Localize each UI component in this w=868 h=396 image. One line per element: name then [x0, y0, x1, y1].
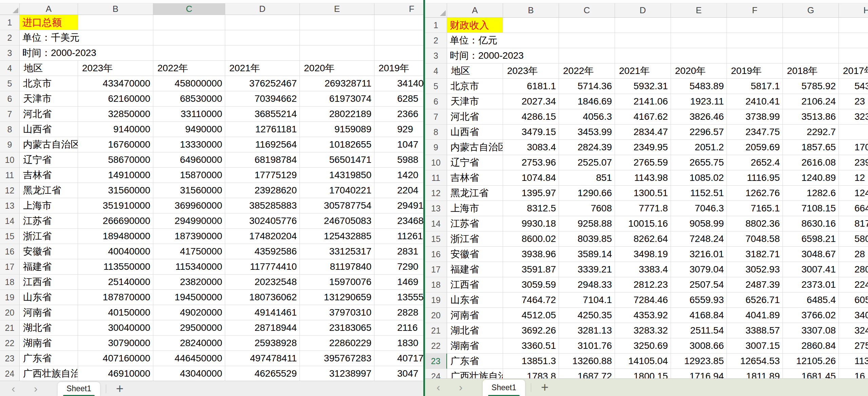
header-cell[interactable]: 2020年	[671, 63, 727, 79]
value-cell[interactable]: 6598.21	[783, 231, 839, 247]
value-cell[interactable]: 6181.1	[503, 79, 559, 94]
value-cell[interactable]: 7165.1	[727, 201, 783, 216]
region-cell[interactable]: 江苏省	[20, 213, 78, 229]
clipped-value-cell[interactable]: 2831	[374, 244, 423, 259]
empty-cell[interactable]	[225, 45, 300, 61]
value-cell[interactable]: 4512.05	[503, 308, 559, 323]
value-cell[interactable]: 13330000	[153, 137, 225, 152]
value-cell[interactable]: 12923.85	[671, 354, 727, 369]
row-header-19[interactable]: 19	[0, 290, 20, 305]
value-cell[interactable]: 56501471	[300, 152, 374, 168]
value-cell[interactable]: 30790000	[78, 336, 153, 351]
time-cell[interactable]: 时间：2000-2023	[447, 48, 559, 63]
header-cell[interactable]: 2019年	[374, 61, 423, 76]
value-cell[interactable]: 3101.76	[559, 338, 615, 354]
value-cell[interactable]: 81197840	[300, 259, 374, 275]
empty-cell[interactable]	[153, 45, 225, 61]
value-cell[interactable]: 7608	[559, 201, 615, 216]
empty-cell[interactable]	[300, 30, 374, 45]
row-header-20[interactable]: 20	[0, 305, 20, 320]
row-header-13[interactable]: 13	[425, 201, 447, 216]
value-cell[interactable]: 40150000	[78, 305, 153, 320]
clipped-value-cell[interactable]: 5988	[374, 152, 423, 168]
value-cell[interactable]: 131290659	[300, 290, 374, 305]
value-cell[interactable]: 2753.96	[503, 155, 559, 170]
clipped-value-cell[interactable]: 1469	[374, 275, 423, 290]
clipped-value-cell[interactable]: 1420	[374, 168, 423, 183]
value-cell[interactable]: 2051.2	[671, 140, 727, 155]
value-cell[interactable]: 46910000	[78, 366, 153, 381]
value-cell[interactable]: 1846.69	[559, 94, 615, 109]
empty-cell[interactable]	[559, 18, 615, 33]
value-cell[interactable]: 10182655	[300, 137, 374, 152]
region-cell[interactable]: 吉林省	[20, 168, 78, 183]
value-cell[interactable]: 2616.08	[783, 155, 839, 170]
empty-cell[interactable]	[615, 18, 671, 33]
region-cell[interactable]: 山东省	[20, 290, 78, 305]
region-cell[interactable]: 河南省	[447, 308, 503, 323]
region-cell[interactable]: 山东省	[447, 293, 503, 308]
value-cell[interactable]: 64960000	[153, 152, 225, 168]
value-cell[interactable]: 2296.57	[671, 125, 727, 140]
region-cell[interactable]: 上海市	[20, 198, 78, 213]
value-cell[interactable]: 4353.92	[615, 308, 671, 323]
region-cell[interactable]: 吉林省	[447, 170, 503, 186]
value-cell[interactable]: 3766.02	[783, 308, 839, 323]
clipped-value-cell[interactable]: 40717	[374, 351, 423, 366]
header-cell[interactable]: 2021年	[615, 63, 671, 79]
column-header-G[interactable]: G	[783, 3, 839, 18]
value-cell[interactable]: 8630.16	[783, 216, 839, 231]
value-cell[interactable]: 1282.6	[783, 186, 839, 201]
next-sheet-icon[interactable]: ›	[459, 382, 463, 393]
value-cell[interactable]: 33125317	[300, 244, 374, 259]
value-cell[interactable]: 2349.95	[615, 140, 671, 155]
region-cell[interactable]: 湖南省	[447, 338, 503, 354]
row-header-8[interactable]: 8	[0, 122, 20, 137]
value-cell[interactable]: 3479.15	[503, 125, 559, 140]
header-cell[interactable]: 2021年	[225, 61, 300, 76]
value-cell[interactable]: 4041.89	[727, 308, 783, 323]
empty-cell[interactable]	[300, 15, 374, 30]
value-cell[interactable]: 17775129	[225, 168, 300, 183]
clipped-value-cell[interactable]: 605	[839, 293, 868, 308]
row-header-1[interactable]: 1	[425, 18, 447, 33]
value-cell[interactable]: 180736062	[225, 290, 300, 305]
value-cell[interactable]: 7248.24	[671, 231, 727, 247]
value-cell[interactable]: 8262.64	[615, 231, 671, 247]
region-cell[interactable]: 江西省	[447, 277, 503, 293]
clipped-value-cell[interactable]: 580	[839, 231, 868, 247]
row-header-8[interactable]: 8	[425, 125, 447, 140]
region-cell[interactable]: 浙江省	[447, 231, 503, 247]
region-cell[interactable]: 江苏省	[447, 216, 503, 231]
empty-cell[interactable]	[839, 33, 868, 48]
row-header-11[interactable]: 11	[0, 168, 20, 183]
value-cell[interactable]: 4056.3	[559, 109, 615, 125]
value-cell[interactable]: 14910000	[78, 168, 153, 183]
value-cell[interactable]: 5817.1	[727, 79, 783, 94]
value-cell[interactable]: 11692564	[225, 137, 300, 152]
empty-cell[interactable]	[839, 18, 868, 33]
empty-cell[interactable]	[300, 45, 374, 61]
region-cell[interactable]: 湖北省	[447, 323, 503, 338]
row-header-4[interactable]: 4	[0, 61, 20, 76]
row-header-16[interactable]: 16	[425, 247, 447, 262]
region-cell[interactable]: 黑龙江省	[20, 183, 78, 198]
clipped-value-cell[interactable]: 11261	[374, 229, 423, 244]
region-cell[interactable]: 广东省	[447, 354, 503, 369]
value-cell[interactable]: 29500000	[153, 320, 225, 336]
value-cell[interactable]: 6526.71	[727, 293, 783, 308]
empty-cell[interactable]	[727, 48, 783, 63]
value-cell[interactable]: 3360.51	[503, 338, 559, 354]
value-cell[interactable]: 2824.39	[559, 140, 615, 155]
value-cell[interactable]: 2655.75	[671, 155, 727, 170]
row-header-12[interactable]: 12	[0, 183, 20, 198]
value-cell[interactable]: 433470000	[78, 76, 153, 91]
value-cell[interactable]: 14319850	[300, 168, 374, 183]
row-header-17[interactable]: 17	[425, 262, 447, 277]
row-header-12[interactable]: 12	[425, 186, 447, 201]
clipped-value-cell[interactable]: 7290	[374, 259, 423, 275]
value-cell[interactable]: 4286.15	[503, 109, 559, 125]
row-header-2[interactable]: 2	[0, 30, 20, 45]
value-cell[interactable]: 115340000	[153, 259, 225, 275]
empty-cell[interactable]	[727, 18, 783, 33]
